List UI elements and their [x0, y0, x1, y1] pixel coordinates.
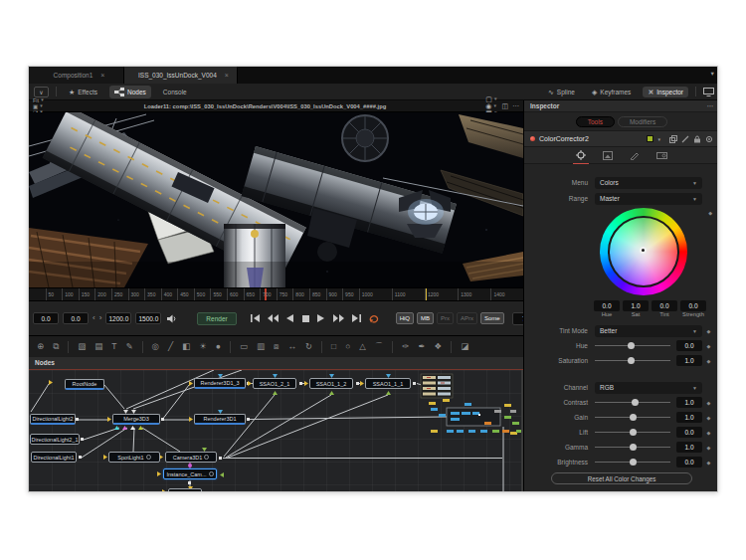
gamma-value-box[interactable]: 1.0: [676, 442, 702, 453]
slider-handle[interactable]: [630, 444, 637, 451]
keyframes-button[interactable]: ◈ Keyframes: [587, 87, 636, 97]
hue-value-box[interactable]: 0.0: [676, 340, 702, 351]
text-tool-icon[interactable]: T: [111, 342, 116, 351]
resize-icon[interactable]: ↔: [287, 342, 296, 351]
ellipse-mask-icon[interactable]: ○: [345, 342, 350, 351]
display-icon[interactable]: ⧈: [274, 342, 279, 351]
rectangle-mask-icon[interactable]: □: [331, 342, 336, 351]
keyframe-diamond[interactable]: ◆: [708, 210, 712, 216]
node-ssao1-2-1[interactable]: SSAO1_2_1: [253, 378, 296, 389]
slider-handle[interactable]: [628, 342, 635, 349]
blur-icon[interactable]: ●: [216, 342, 221, 351]
close-tab-icon[interactable]: ×: [225, 72, 229, 79]
image-tool-icon[interactable]: ▨: [78, 342, 86, 351]
menu-dropdown[interactable]: Colors▼: [595, 177, 702, 189]
matte-tool-icon[interactable]: ▤: [94, 342, 102, 351]
audio-icon[interactable]: [165, 314, 179, 323]
timeline-ruler[interactable]: 5010015020025030035040045050055060065070…: [29, 287, 523, 301]
slider-handle[interactable]: [628, 357, 635, 364]
mode-aprx-button[interactable]: APrx: [457, 312, 477, 324]
time-field-1[interactable]: 0.0: [33, 312, 59, 324]
monitor-icon[interactable]: [703, 88, 714, 96]
transform-knob-icon[interactable]: [209, 471, 214, 476]
mode-some-button[interactable]: Some: [480, 312, 504, 324]
node-directionallight1[interactable]: DirectionalLight1: [31, 452, 77, 463]
tint-mode-dropdown[interactable]: Better▼: [595, 325, 702, 337]
reset-all-color-changes-button[interactable]: Reset All Color Changes: [551, 472, 692, 484]
mode-mb-button[interactable]: MB: [417, 312, 434, 324]
clone-stroke-icon[interactable]: ❖: [435, 342, 443, 351]
keyframe-diamond[interactable]: ◆: [702, 343, 715, 349]
transform-knob-icon[interactable]: [204, 455, 209, 460]
multistroke-icon[interactable]: ✒: [418, 342, 425, 351]
contrast-value-box[interactable]: 1.0: [676, 397, 702, 408]
paint-tool-icon[interactable]: ✎: [125, 342, 132, 351]
lut-menu[interactable]: ◉▼: [485, 102, 497, 109]
slider-handle[interactable]: [630, 429, 637, 436]
node-renderer3d1-3[interactable]: Renderer3D1_3: [194, 378, 246, 389]
node-ssao1-1-1[interactable]: SSAO1_1_1: [365, 378, 411, 389]
tab-modifiers[interactable]: Modifiers: [618, 116, 667, 127]
tile-color-chip[interactable]: [647, 135, 653, 142]
node-renderer3d1[interactable]: Renderer3D1: [194, 414, 246, 425]
stop-button[interactable]: [300, 315, 311, 322]
merge-icon[interactable]: ▥: [257, 342, 265, 351]
mode-hiq-button[interactable]: HiQ: [396, 312, 414, 324]
tool-enable-led[interactable]: [530, 136, 535, 141]
keyframe-diamond[interactable]: ◆: [702, 328, 715, 334]
inspector-button[interactable]: ✕ Inspector: [643, 87, 688, 97]
versions-icon[interactable]: [669, 135, 677, 143]
keyframe-diamond[interactable]: ◆: [702, 400, 715, 406]
pip-icon[interactable]: ⧉: [53, 342, 59, 351]
gain-slider[interactable]: [595, 411, 670, 424]
roi-menu[interactable]: ▢▼: [485, 95, 497, 102]
hue-curves-icon[interactable]: ◧: [182, 342, 190, 351]
step-forward-button[interactable]: ›: [99, 313, 102, 323]
channel-dropdown[interactable]: RGB▼: [595, 382, 702, 394]
effects-button[interactable]: ★ Effects: [64, 87, 102, 97]
slider-handle[interactable]: [632, 399, 639, 406]
nodes-button[interactable]: Nodes: [109, 86, 151, 98]
keyframe-diamond[interactable]: ◆: [702, 460, 715, 466]
pick-icon[interactable]: [681, 135, 689, 143]
chip-chevron-icon[interactable]: ▾: [657, 136, 660, 142]
close-tab-icon[interactable]: ×: [100, 72, 104, 79]
render-button[interactable]: Render: [197, 312, 236, 325]
skip-to-start-button[interactable]: [249, 314, 262, 322]
keyframe-diamond[interactable]: ◆: [702, 430, 715, 436]
graph-scrollbar[interactable]: [521, 370, 523, 492]
viewer-more-button[interactable]: ⋯: [512, 102, 519, 109]
spline-button[interactable]: ∿ Spline: [543, 87, 580, 97]
node-instance-cam-[interactable]: Instance_Cam...: [163, 468, 217, 479]
node-rootnode[interactable]: RootNode: [65, 379, 104, 390]
viewer-canvas[interactable]: [29, 112, 523, 287]
tag-icon[interactable]: ▭: [240, 342, 248, 351]
inspector-options-button[interactable]: ⋯: [707, 102, 714, 110]
time-field-2[interactable]: 0.0: [63, 312, 89, 324]
color-curves-icon[interactable]: ╱: [168, 342, 173, 351]
cycle-icon[interactable]: ↻: [305, 342, 312, 351]
lift-slider[interactable]: [595, 426, 670, 439]
subtab-script-icon[interactable]: [629, 149, 641, 162]
node-graph[interactable]: RootNodeRenderer3D1_3SSAO1_2_1SSAO1_1_2S…: [29, 370, 523, 492]
console-button[interactable]: Console: [158, 87, 192, 97]
contrast-slider[interactable]: [595, 396, 670, 409]
loop-playback-icon[interactable]: [367, 314, 382, 323]
tint-value-box[interactable]: 0.0: [652, 300, 677, 311]
subtab-controls-gear-icon[interactable]: [575, 148, 587, 162]
brightness-value-box[interactable]: 0.0: [676, 457, 702, 467]
split-view-button[interactable]: ◫: [501, 102, 508, 109]
node-untitled[interactable]: [168, 488, 202, 492]
keyframe-diamond[interactable]: ◆: [702, 358, 715, 364]
brightness-slider[interactable]: [595, 456, 670, 468]
skip-to-end-button[interactable]: [350, 314, 363, 322]
node-spotlight1[interactable]: SpotLight1: [108, 452, 160, 463]
transform-knob-icon[interactable]: [146, 455, 151, 460]
slider-handle[interactable]: [630, 414, 637, 421]
saturation-slider[interactable]: [595, 354, 670, 367]
eraser-icon[interactable]: ◪: [461, 342, 468, 351]
slider-handle[interactable]: [630, 459, 637, 466]
range-start-field[interactable]: 1200.0: [105, 312, 131, 324]
keyframe-diamond[interactable]: ◆: [702, 415, 715, 421]
lift-value-box[interactable]: 0.0: [676, 427, 702, 438]
